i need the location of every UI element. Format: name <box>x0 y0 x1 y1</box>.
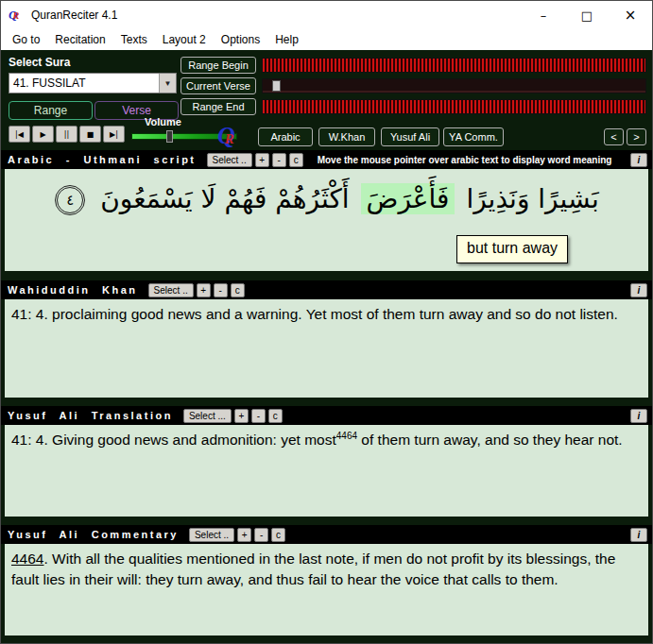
wkhan-info-button[interactable]: i <box>630 283 647 297</box>
arabic-copy-button[interactable]: c <box>289 153 303 167</box>
range-end-button[interactable]: Range End <box>180 98 256 115</box>
yusufali-section-title: Yusuf Ali Translation <box>8 410 173 421</box>
menu-options[interactable]: Options <box>214 31 267 48</box>
range-begin-button[interactable]: Range Begin <box>180 57 256 74</box>
current-verse-slider[interactable] <box>262 78 646 93</box>
menu-texts[interactable]: Texts <box>113 31 155 48</box>
range-end-slider[interactable] <box>262 99 646 114</box>
commentary-info-button[interactable]: i <box>630 528 647 542</box>
wkhan-translation-text: 41: 4. proclaiming good news and a warni… <box>11 306 618 322</box>
yusufali-select-button[interactable]: Select ... <box>183 409 232 423</box>
yusufali-copy-button[interactable]: c <box>268 409 283 423</box>
wkhan-font-decrease-button[interactable]: - <box>214 283 228 297</box>
first-icon: |◀ <box>15 130 24 139</box>
close-button[interactable]: × <box>609 1 652 29</box>
range-begin-slider[interactable] <box>262 58 646 73</box>
yusufali-info-button[interactable]: i <box>630 409 647 423</box>
yusufali-translation-panel: 41: 4. Giving good news and admonition: … <box>1 425 652 517</box>
menu-help[interactable]: Help <box>267 31 306 48</box>
highlighted-word[interactable]: فَأَعْرَضَ <box>361 183 455 214</box>
arabic-font-decrease-button[interactable]: - <box>272 153 286 167</box>
window-controls: – □ × <box>522 1 652 29</box>
wkhan-select-button[interactable]: Select .. <box>148 283 194 297</box>
play-icon: ▶ <box>40 130 45 139</box>
play-button[interactable]: ▶ <box>32 126 54 143</box>
arabic-verse-panel: بَشِيرًا وَنَذِيرًا فَأَعْرَضَ أَكْثَرُه… <box>1 169 652 271</box>
word-meaning-hint: Move the mouse pointer over arabic text … <box>318 155 612 165</box>
commentary-select-button[interactable]: Select .. <box>189 528 234 542</box>
arabic-words-after[interactable]: أَكْثَرُهُمْ فَهُمْ لَا يَسْمَعُونَ <box>97 183 352 214</box>
last-icon: ▶| <box>110 130 118 139</box>
maximize-button[interactable]: □ <box>565 1 609 29</box>
menu-goto[interactable]: Go to <box>5 31 47 48</box>
yusufali-section-header: Yusuf Ali Translation Select ... + - c i <box>1 406 652 425</box>
app-window: QR QuranReciter 4.1 – □ × Go to Recitati… <box>0 0 653 644</box>
minimize-button[interactable]: – <box>522 1 565 29</box>
next-verse-button[interactable]: > <box>627 128 646 145</box>
arabic-select-button[interactable]: Select .. <box>207 153 252 167</box>
word-meaning-tooltip: but turn away <box>456 235 568 263</box>
commentary-section-header: Yusuf Ali Commentary Select .. + - c i <box>1 525 652 544</box>
arabic-info-button[interactable]: i <box>630 153 647 167</box>
commentary-section: Yusuf Ali Commentary Select .. + - c i 4… <box>1 525 652 636</box>
pause-button[interactable]: || <box>56 126 77 143</box>
commentary-text: . With all the qualities mentioned in th… <box>11 551 615 587</box>
transport-controls: |◀ ▶ || ■ ▶| <box>9 126 125 143</box>
yusufali-font-increase-button[interactable]: + <box>234 409 249 423</box>
yusufali-text-before: 41: 4. Giving good news and admonition: … <box>11 432 336 448</box>
yusufali-text-after: of them turn away, and so they hear not. <box>357 432 623 448</box>
arabic-font-increase-button[interactable]: + <box>255 153 269 167</box>
wkhan-font-increase-button[interactable]: + <box>197 283 211 297</box>
commentary-font-decrease-button[interactable]: - <box>254 528 268 542</box>
wkhan-translation-panel: 41: 4. proclaiming good news and a warni… <box>1 299 652 398</box>
title-bar: QR QuranReciter 4.1 – □ × <box>1 1 652 29</box>
arabic-words-before[interactable]: بَشِيرًا وَنَذِيرًا <box>463 183 601 214</box>
arabic-section-title: Arabic - Uthmani script <box>8 154 197 165</box>
yusufali-section: Yusuf Ali Translation Select ... + - c i… <box>1 406 652 517</box>
wkhan-section: Wahiduddin Khan Select .. + - c i 41: 4.… <box>1 280 652 398</box>
sura-select[interactable]: 41. FUSSILAT ▼ <box>9 73 177 93</box>
sura-select-value: 41. FUSSILAT <box>9 74 159 93</box>
yusufali-button[interactable]: Yusuf Ali <box>381 127 439 146</box>
qr-logo-r: R <box>225 131 234 146</box>
first-verse-button[interactable]: |◀ <box>9 126 30 143</box>
commentary-panel: 4464. With all the qualities mentioned i… <box>1 544 652 636</box>
footnote-link[interactable]: 4464 <box>11 551 43 567</box>
wkhan-button[interactable]: W.Khan <box>318 127 375 146</box>
wkhan-section-title: Wahiduddin Khan <box>8 284 138 296</box>
stop-icon: ■ <box>87 130 95 139</box>
control-panel: Select Sura 41. FUSSILAT ▼ Range Verse |… <box>1 50 652 150</box>
main-area: Select Sura 41. FUSSILAT ▼ Range Verse |… <box>1 50 652 644</box>
menu-layout2[interactable]: Layout 2 <box>155 31 214 48</box>
arabic-verse-text[interactable]: بَشِيرًا وَنَذِيرًا فَأَعْرَضَ أَكْثَرُه… <box>11 180 642 217</box>
previous-verse-button[interactable]: < <box>604 128 624 145</box>
footnote-reference[interactable]: 4464 <box>336 431 357 441</box>
wkhan-section-header: Wahiduddin Khan Select .. + - c i <box>1 280 652 299</box>
commentary-copy-button[interactable]: c <box>271 528 285 542</box>
dropdown-arrow-icon[interactable]: ▼ <box>159 74 176 93</box>
menu-bar: Go to Recitation Texts Layout 2 Options … <box>1 29 652 50</box>
menu-recitation[interactable]: Recitation <box>47 31 112 48</box>
arabic-button[interactable]: Arabic <box>258 127 313 146</box>
commentary-font-increase-button[interactable]: + <box>237 528 251 542</box>
pause-icon: || <box>64 130 69 139</box>
yusufali-font-decrease-button[interactable]: - <box>251 409 266 423</box>
range-tab[interactable]: Range <box>9 101 93 120</box>
select-sura-label: Select Sura <box>9 56 70 69</box>
last-verse-button[interactable]: ▶| <box>103 126 125 143</box>
wkhan-copy-button[interactable]: c <box>231 283 245 297</box>
qr-logo: QR <box>217 122 234 150</box>
stop-button[interactable]: ■ <box>79 126 101 143</box>
logo-r: R <box>12 10 19 21</box>
volume-thumb[interactable] <box>166 130 173 143</box>
current-verse-button[interactable]: Current Verse <box>180 77 256 94</box>
slider-thumb[interactable] <box>272 80 281 92</box>
arabic-section: Arabic - Uthmani script Select .. + - c … <box>1 150 652 271</box>
commentary-section-title: Yusuf Ali Commentary <box>8 529 179 540</box>
yacomm-button[interactable]: YA Comm. <box>443 127 504 146</box>
verse-number-badge: ٤ <box>55 185 85 215</box>
arabic-section-header: Arabic - Uthmani script Select .. + - c … <box>1 150 652 169</box>
app-logo-icon: QR <box>9 8 26 23</box>
volume-label: Volume <box>145 116 181 127</box>
window-title: QuranReciter 4.1 <box>31 8 117 22</box>
